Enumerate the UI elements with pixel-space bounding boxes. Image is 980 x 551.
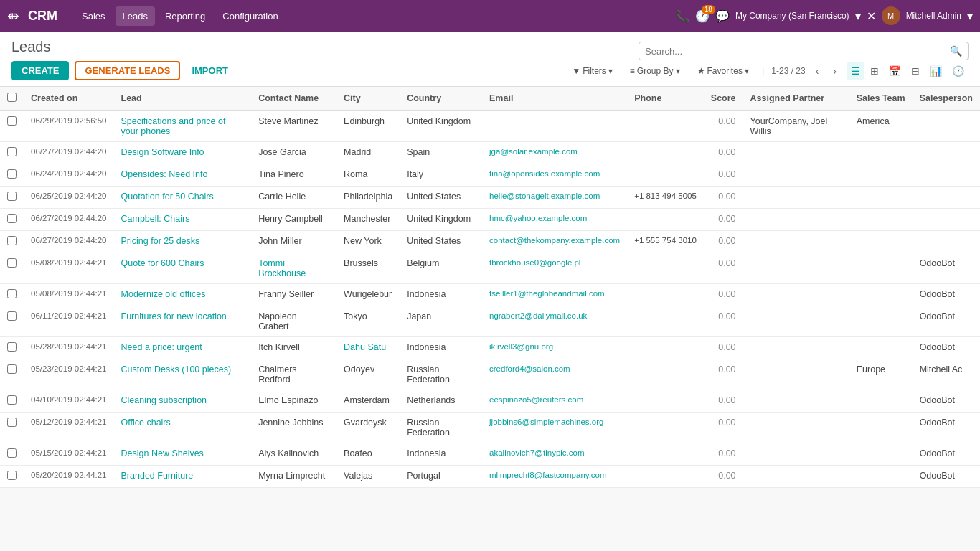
cell-email[interactable]: hmc@yahoo.example.com [482,209,627,231]
cell-lead[interactable]: Quote for 600 Chairs [114,253,252,284]
row-checkbox[interactable] [7,147,17,156]
row-checkbox[interactable] [7,116,17,126]
cell-lead[interactable]: Cleaning subscription [114,390,252,413]
col-country[interactable]: Country [400,87,482,110]
cell-lead[interactable]: Need a price: urgent [114,337,252,359]
row-checkbox-cell[interactable] [0,110,24,142]
cell-email[interactable]: tbrockhouse0@google.pl [482,253,627,284]
user-dropdown-icon[interactable]: ▾ [967,9,973,23]
generate-leads-button[interactable]: GENERATE LEADS [75,61,180,80]
row-checkbox[interactable] [7,418,17,427]
cell-lead[interactable]: Quotation for 50 Chairs [114,187,252,209]
company-name[interactable]: My Company (San Francisco) [735,11,849,21]
cell-lead[interactable]: Campbell: Chairs [114,209,252,231]
col-assigned-partner[interactable]: Assigned Partner [743,87,849,110]
cell-lead[interactable]: Furnitures for new location [114,306,252,337]
create-button[interactable]: CREATE [11,61,69,80]
pivot-view-button[interactable]: ⊟ [907,62,924,80]
cell-lead[interactable]: Office chairs [114,413,252,443]
cell-email[interactable]: helle@stonageit.example.com [482,187,627,209]
col-sales-team[interactable]: Sales Team [849,87,913,110]
col-salesperson[interactable]: Salesperson [913,87,980,110]
cell-lead[interactable]: Branded Furniture [114,466,252,488]
col-phone[interactable]: Phone [627,87,704,110]
cell-lead[interactable]: Specifications and price of your phones [114,110,252,142]
row-checkbox-cell[interactable] [0,359,24,390]
close-icon[interactable]: ✕ [867,9,876,23]
calendar-view-button[interactable]: 📅 [885,62,905,80]
cell-email[interactable]: jga@solar.example.com [482,142,627,164]
user-name[interactable]: Mitchell Admin [906,11,961,21]
row-checkbox-cell[interactable] [0,284,24,306]
row-checkbox[interactable] [7,311,17,321]
row-checkbox-cell[interactable] [0,306,24,337]
brand-logo[interactable]: CRM [28,9,57,24]
graph-view-button[interactable]: 📊 [925,62,946,80]
prev-page-button[interactable]: ‹ [811,62,824,80]
nav-reporting[interactable]: Reporting [158,6,212,26]
cell-lead[interactable]: Modernize old offices [114,284,252,306]
nav-configuration[interactable]: Configuration [215,6,285,26]
search-icon[interactable]: 🔍 [950,45,962,57]
grid-icon[interactable]: ⇼ [7,7,19,24]
search-input[interactable] [645,46,950,57]
nav-leads[interactable]: Leads [116,6,155,26]
cell-email[interactable] [482,110,627,142]
col-contact-name[interactable]: Contact Name [251,87,336,110]
import-button[interactable]: IMPORT [186,62,234,79]
row-checkbox[interactable] [7,342,17,352]
row-checkbox-cell[interactable] [0,253,24,284]
cell-email[interactable]: credford4@salon.com [482,359,627,390]
cell-email[interactable]: ikirvell3@gnu.org [482,337,627,359]
nav-sales[interactable]: Sales [75,6,113,26]
cell-email[interactable]: fseiller1@theglobeandmail.com [482,284,627,306]
next-page-button[interactable]: › [829,62,841,80]
company-dropdown-icon[interactable]: ▾ [855,9,861,23]
row-checkbox-cell[interactable] [0,466,24,488]
row-checkbox[interactable] [7,236,17,245]
col-email[interactable]: Email [482,87,627,110]
activity-view-button[interactable]: 🕐 [948,62,969,80]
cell-email[interactable]: contact@thekompany.example.com [482,231,627,253]
group-by-button[interactable]: ≡ Group By ▾ [624,63,686,79]
select-all-header[interactable] [0,87,24,110]
row-checkbox-cell[interactable] [0,390,24,413]
col-lead[interactable]: Lead [114,87,252,110]
filters-button[interactable]: ▼ Filters ▾ [566,63,618,79]
list-view-button[interactable]: ☰ [847,62,864,80]
cell-lead[interactable]: Opensides: Need Info [114,164,252,187]
select-all-checkbox[interactable] [7,93,17,102]
cell-email[interactable]: mlimprecht8@fastcompany.com [482,466,627,488]
cell-email[interactable]: akalinovich7@tinypic.com [482,443,627,466]
cell-lead[interactable]: Pricing for 25 desks [114,231,252,253]
row-checkbox-cell[interactable] [0,337,24,359]
row-checkbox[interactable] [7,471,17,480]
cell-email[interactable]: tina@opensides.example.com [482,164,627,187]
phone-icon[interactable]: 📞 [675,9,689,23]
col-score[interactable]: Score [704,87,743,110]
row-checkbox[interactable] [7,169,17,179]
row-checkbox[interactable] [7,214,17,223]
cell-lead[interactable]: Design Software Info [114,142,252,164]
cell-email[interactable]: ngrabert2@dailymail.co.uk [482,306,627,337]
cell-email[interactable]: eespinazo5@reuters.com [482,390,627,413]
row-checkbox-cell[interactable] [0,231,24,253]
cell-lead[interactable]: Design New Shelves [114,443,252,466]
row-checkbox[interactable] [7,192,17,201]
col-city[interactable]: City [336,87,400,110]
cell-email[interactable]: jjobbins6@simplemachines.org [482,413,627,443]
row-checkbox[interactable] [7,289,17,298]
chat-icon[interactable]: 💬 [715,9,730,23]
col-created-on[interactable]: Created on [24,87,114,110]
row-checkbox[interactable] [7,364,17,374]
row-checkbox-cell[interactable] [0,413,24,443]
row-checkbox[interactable] [7,448,17,458]
row-checkbox[interactable] [7,258,17,268]
row-checkbox-cell[interactable] [0,209,24,231]
kanban-view-button[interactable]: ⊞ [866,62,883,80]
row-checkbox-cell[interactable] [0,443,24,466]
row-checkbox-cell[interactable] [0,142,24,164]
row-checkbox-cell[interactable] [0,164,24,187]
cell-lead[interactable]: Custom Desks (100 pieces) [114,359,252,390]
row-checkbox-cell[interactable] [0,187,24,209]
